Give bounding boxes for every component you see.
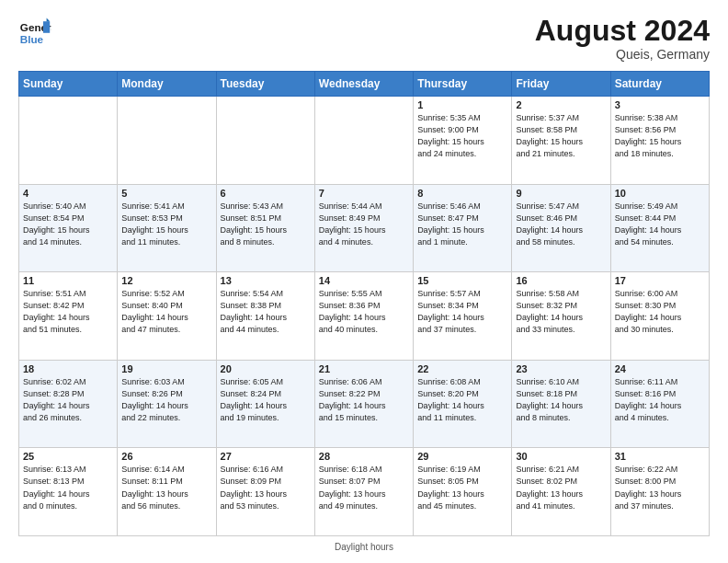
day-cell: 12Sunrise: 5:52 AM Sunset: 8:40 PM Dayli…	[118, 272, 216, 361]
day-cell: 24Sunrise: 6:11 AM Sunset: 8:16 PM Dayli…	[610, 360, 709, 448]
day-cell	[118, 97, 216, 185]
day-info: Sunrise: 6:10 AM Sunset: 8:18 PM Dayligh…	[516, 376, 606, 424]
day-info: Sunrise: 6:00 AM Sunset: 8:30 PM Dayligh…	[615, 288, 705, 336]
day-cell: 7Sunrise: 5:44 AM Sunset: 8:49 PM Daylig…	[314, 184, 413, 272]
day-info: Sunrise: 5:57 AM Sunset: 8:34 PM Dayligh…	[417, 288, 507, 336]
day-info: Sunrise: 5:41 AM Sunset: 8:53 PM Dayligh…	[121, 201, 211, 248]
day-number: 27	[221, 451, 311, 462]
day-info: Sunrise: 5:47 AM Sunset: 8:46 PM Dayligh…	[516, 201, 606, 248]
day-info: Sunrise: 5:38 AM Sunset: 8:56 PM Dayligh…	[615, 112, 705, 160]
day-cell: 22Sunrise: 6:08 AM Sunset: 8:20 PM Dayli…	[414, 360, 512, 448]
day-info: Sunrise: 5:43 AM Sunset: 8:51 PM Dayligh…	[221, 201, 311, 248]
day-info: Sunrise: 6:06 AM Sunset: 8:22 PM Dayligh…	[319, 376, 409, 424]
week-row-2: 4Sunrise: 5:40 AM Sunset: 8:54 PM Daylig…	[19, 184, 710, 272]
day-info: Sunrise: 5:35 AM Sunset: 9:00 PM Dayligh…	[417, 112, 507, 160]
day-number: 5	[121, 188, 211, 199]
day-cell: 23Sunrise: 6:10 AM Sunset: 8:18 PM Dayli…	[512, 360, 610, 448]
day-number: 1	[417, 99, 507, 110]
day-cell: 16Sunrise: 5:58 AM Sunset: 8:32 PM Dayli…	[512, 272, 610, 361]
day-number: 10	[615, 188, 705, 199]
day-cell: 31Sunrise: 6:22 AM Sunset: 8:00 PM Dayli…	[610, 448, 709, 536]
week-row-5: 25Sunrise: 6:13 AM Sunset: 8:13 PM Dayli…	[19, 448, 710, 536]
col-header-friday: Friday	[512, 72, 610, 97]
calendar-table: SundayMondayTuesdayWednesdayThursdayFrid…	[18, 71, 710, 536]
day-info: Sunrise: 6:08 AM Sunset: 8:20 PM Dayligh…	[417, 376, 507, 424]
week-row-4: 18Sunrise: 6:02 AM Sunset: 8:28 PM Dayli…	[19, 360, 710, 448]
logo: General Blue	[18, 15, 51, 48]
day-cell: 1Sunrise: 5:35 AM Sunset: 9:00 PM Daylig…	[414, 97, 512, 185]
svg-marker-2	[43, 21, 50, 33]
svg-text:Blue: Blue	[20, 33, 44, 45]
day-number: 12	[121, 275, 211, 286]
day-number: 26	[121, 451, 211, 462]
day-info: Sunrise: 6:05 AM Sunset: 8:24 PM Dayligh…	[221, 376, 311, 424]
logo-icon: General Blue	[18, 15, 51, 48]
day-info: Sunrise: 6:16 AM Sunset: 8:09 PM Dayligh…	[221, 464, 311, 511]
day-cell: 21Sunrise: 6:06 AM Sunset: 8:22 PM Dayli…	[314, 360, 413, 448]
col-header-saturday: Saturday	[610, 72, 709, 97]
day-info: Sunrise: 5:52 AM Sunset: 8:40 PM Dayligh…	[121, 288, 211, 336]
day-info: Sunrise: 5:51 AM Sunset: 8:42 PM Dayligh…	[23, 288, 113, 336]
day-number: 30	[516, 451, 606, 462]
day-cell: 27Sunrise: 6:16 AM Sunset: 8:09 PM Dayli…	[216, 448, 314, 536]
col-header-wednesday: Wednesday	[314, 72, 413, 97]
day-cell: 28Sunrise: 6:18 AM Sunset: 8:07 PM Dayli…	[314, 448, 413, 536]
day-cell	[314, 97, 413, 185]
day-info: Sunrise: 5:37 AM Sunset: 8:58 PM Dayligh…	[516, 112, 606, 160]
day-number: 17	[615, 275, 705, 286]
day-number: 7	[319, 188, 409, 199]
day-info: Sunrise: 6:03 AM Sunset: 8:26 PM Dayligh…	[121, 376, 211, 424]
day-info: Sunrise: 6:11 AM Sunset: 8:16 PM Dayligh…	[615, 376, 705, 424]
day-cell: 3Sunrise: 5:38 AM Sunset: 8:56 PM Daylig…	[610, 97, 709, 185]
day-number: 29	[417, 451, 507, 462]
day-number: 18	[23, 363, 113, 374]
day-number: 28	[319, 451, 409, 462]
day-info: Sunrise: 5:40 AM Sunset: 8:54 PM Dayligh…	[23, 201, 113, 248]
day-number: 3	[615, 99, 705, 110]
day-info: Sunrise: 6:02 AM Sunset: 8:28 PM Dayligh…	[23, 376, 113, 424]
col-header-sunday: Sunday	[19, 72, 118, 97]
day-number: 20	[221, 363, 311, 374]
day-info: Sunrise: 5:49 AM Sunset: 8:44 PM Dayligh…	[615, 201, 705, 248]
day-cell: 17Sunrise: 6:00 AM Sunset: 8:30 PM Dayli…	[610, 272, 709, 361]
day-number: 4	[23, 188, 113, 199]
day-cell: 5Sunrise: 5:41 AM Sunset: 8:53 PM Daylig…	[118, 184, 216, 272]
day-info: Sunrise: 6:13 AM Sunset: 8:13 PM Dayligh…	[23, 464, 113, 511]
day-cell: 20Sunrise: 6:05 AM Sunset: 8:24 PM Dayli…	[216, 360, 314, 448]
week-row-3: 11Sunrise: 5:51 AM Sunset: 8:42 PM Dayli…	[19, 272, 710, 361]
day-number: 15	[417, 275, 507, 286]
day-cell: 8Sunrise: 5:46 AM Sunset: 8:47 PM Daylig…	[414, 184, 512, 272]
day-number: 24	[615, 363, 705, 374]
day-info: Sunrise: 5:54 AM Sunset: 8:38 PM Dayligh…	[221, 288, 311, 336]
day-info: Sunrise: 6:21 AM Sunset: 8:02 PM Dayligh…	[516, 464, 606, 511]
day-info: Sunrise: 5:44 AM Sunset: 8:49 PM Dayligh…	[319, 201, 409, 248]
day-number: 19	[121, 363, 211, 374]
day-cell: 25Sunrise: 6:13 AM Sunset: 8:13 PM Dayli…	[19, 448, 118, 536]
day-info: Sunrise: 5:46 AM Sunset: 8:47 PM Dayligh…	[417, 201, 507, 248]
day-cell: 19Sunrise: 6:03 AM Sunset: 8:26 PM Dayli…	[118, 360, 216, 448]
day-cell: 9Sunrise: 5:47 AM Sunset: 8:46 PM Daylig…	[512, 184, 610, 272]
day-cell	[19, 97, 118, 185]
day-number: 23	[516, 363, 606, 374]
day-number: 21	[319, 363, 409, 374]
day-info: Sunrise: 6:19 AM Sunset: 8:05 PM Dayligh…	[417, 464, 507, 511]
day-info: Sunrise: 6:22 AM Sunset: 8:00 PM Dayligh…	[615, 464, 705, 511]
week-row-1: 1Sunrise: 5:35 AM Sunset: 9:00 PM Daylig…	[19, 97, 710, 185]
col-header-monday: Monday	[118, 72, 216, 97]
day-info: Sunrise: 5:55 AM Sunset: 8:36 PM Dayligh…	[319, 288, 409, 336]
day-cell: 4Sunrise: 5:40 AM Sunset: 8:54 PM Daylig…	[19, 184, 118, 272]
page: General Blue August 2024 Queis, Germany …	[0, 0, 728, 563]
day-number: 6	[221, 188, 311, 199]
day-number: 2	[516, 99, 606, 110]
title-block: August 2024 Queis, Germany	[535, 15, 710, 62]
day-cell: 26Sunrise: 6:14 AM Sunset: 8:11 PM Dayli…	[118, 448, 216, 536]
day-cell: 29Sunrise: 6:19 AM Sunset: 8:05 PM Dayli…	[414, 448, 512, 536]
day-cell: 14Sunrise: 5:55 AM Sunset: 8:36 PM Dayli…	[314, 272, 413, 361]
day-number: 9	[516, 188, 606, 199]
day-cell: 30Sunrise: 6:21 AM Sunset: 8:02 PM Dayli…	[512, 448, 610, 536]
day-info: Sunrise: 6:18 AM Sunset: 8:07 PM Dayligh…	[319, 464, 409, 511]
day-cell: 13Sunrise: 5:54 AM Sunset: 8:38 PM Dayli…	[216, 272, 314, 361]
day-cell: 11Sunrise: 5:51 AM Sunset: 8:42 PM Dayli…	[19, 272, 118, 361]
day-cell: 15Sunrise: 5:57 AM Sunset: 8:34 PM Dayli…	[414, 272, 512, 361]
footer-note: Daylight hours	[18, 542, 710, 552]
